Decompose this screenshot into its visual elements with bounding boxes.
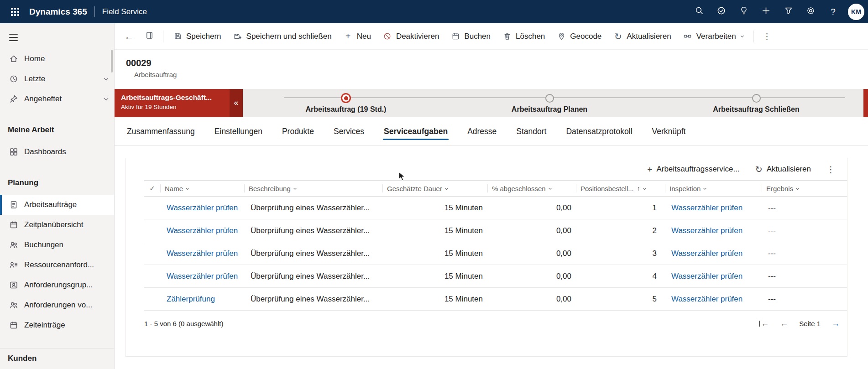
column-header-dauer[interactable]: Geschätzte Dauer [382,184,487,192]
record-link[interactable]: Wasserzähler prüfen [167,249,238,258]
row-select-cell[interactable] [144,219,160,242]
position-cell: 4 [576,265,665,287]
sidebar-item-home[interactable]: Home [0,49,114,69]
add-work-order-service-task-button[interactable]: + Arbeitsauftragsservice... [641,161,746,177]
save-button[interactable]: Speichern [167,27,227,46]
quick-create-button[interactable] [755,0,777,23]
bpf-stage-schedule[interactable]: Arbeitsauftrag Planen [467,93,632,114]
more-commands-button[interactable]: ⋮ [757,26,777,47]
bpf-active-stage-banner[interactable]: Arbeitsauftrags-Geschäft... Aktiv für 19… [115,89,230,117]
record-link[interactable]: Wasserzähler prüfen [167,203,238,213]
bpf-collapse-button[interactable]: « [230,89,243,117]
side-pane-button[interactable] [139,26,159,47]
table-row[interactable]: Wasserzähler prüfen Überprüfung eines Wa… [144,219,847,242]
sidebar-item-pinned[interactable]: Angeheftet [0,89,114,109]
new-button[interactable]: + Neu [338,27,377,46]
row-select-cell[interactable] [144,265,160,287]
brand-link[interactable]: Dynamics 365 [29,7,87,17]
command-bar: ← Speichern Speichern und schließen + Ne… [115,23,868,50]
task-check-button[interactable] [710,0,732,23]
delete-button[interactable]: Löschen [497,27,551,46]
search-icon [695,6,704,17]
person-list-icon [9,260,18,270]
table-row[interactable]: Wasserzähler prüfen Überprüfung eines Wa… [144,197,847,219]
map-pin-icon [557,32,566,41]
sidebar-item-time-entries[interactable]: Zeiteinträge [0,315,114,335]
column-header-ergebnis[interactable]: Ergebnis [762,184,847,192]
sidebar-item-bookings[interactable]: Buchungen [0,235,114,255]
sidebar-item-dashboards[interactable]: Dashboards [0,142,114,162]
column-header-beschreibung[interactable]: Beschreibung [244,184,382,192]
tab-zusammenfassung[interactable]: Zusammenfassung [127,117,195,146]
column-header-abgeschlossen[interactable]: % abgeschlossen [487,184,576,192]
insights-button[interactable] [732,0,755,23]
next-page-button[interactable]: → [831,319,840,328]
process-button[interactable]: Verarbeiten [677,27,749,46]
back-button[interactable]: ← [119,26,139,47]
record-link[interactable]: Wasserzähler prüfen [167,272,238,281]
save-close-icon [233,32,242,41]
previous-page-button[interactable]: ← [780,319,788,328]
record-link[interactable]: Zählerprüfung [167,295,215,304]
position-cell: 1 [576,197,665,219]
deactivate-button[interactable]: Deaktivieren [377,27,445,46]
name-cell: Wasserzähler prüfen [160,242,244,265]
bpf-stage-close[interactable]: Arbeitsauftrag Schließen [674,93,838,114]
tab-services[interactable]: Services [334,117,364,146]
save-and-close-button[interactable]: Speichern und schließen [227,27,338,46]
site-map-sidebar: Home Letzte Angeheftet Meine Arbeit Dash… [0,23,115,369]
sidebar-item-recent[interactable]: Letzte [0,69,114,89]
filter-icon [784,6,793,17]
table-row[interactable]: Zählerprüfung Überprüfung eines Wasserzä… [144,288,847,311]
tab-serviceaufgaben[interactable]: Serviceaufgaben [384,117,448,146]
sidebar-item-work-orders[interactable]: Arbeitsaufträge [0,195,114,215]
inspektion-link[interactable]: Wasserzähler prüfen [671,272,743,281]
geocode-button[interactable]: Geocode [551,27,607,46]
subgrid-more-button[interactable]: ⋮ [820,161,842,177]
inspektion-link[interactable]: Wasserzähler prüfen [671,226,743,235]
bpf-stage-work-order[interactable]: Arbeitsauftrag (19 Std.) [264,93,428,114]
sidebar-item-requirements[interactable]: Anforderungen vo... [0,295,114,315]
inspektion-link[interactable]: Wasserzähler prüfen [671,203,743,213]
column-header-inspektion[interactable]: Inspektion [665,184,762,192]
tab-produkte[interactable]: Produkte [282,117,314,146]
help-button[interactable]: ? [822,0,844,23]
sidebar-item-resource-requirements[interactable]: Ressourcenanford... [0,255,114,275]
search-button[interactable] [688,0,710,23]
inspektion-link[interactable]: Wasserzähler prüfen [671,249,743,258]
row-select-cell[interactable] [144,242,160,265]
tab-datensatzprotokoll[interactable]: Datensatzprotokoll [566,117,632,146]
collapse-sidebar-button[interactable] [9,30,25,45]
column-header-position[interactable]: Positionsbestell...↑ [576,184,665,192]
chevron-down-icon [643,186,646,189]
first-page-button[interactable]: ← [759,319,769,328]
help-icon: ? [831,7,836,17]
sidebar-group-customers: Kunden [0,348,114,363]
table-row[interactable]: Wasserzähler prüfen Überprüfung eines Wa… [144,265,847,288]
tab-einstellungen[interactable]: Einstellungen [214,117,262,146]
pin-icon [9,94,18,104]
name-cell: Wasserzähler prüfen [160,265,244,287]
app-launcher-button[interactable] [5,0,26,23]
inspektion-link[interactable]: Wasserzähler prüfen [671,295,743,304]
sidebar-item-schedule-board[interactable]: Zeitplanübersicht [0,215,114,235]
refresh-button[interactable]: ↻ Aktualisieren [607,27,677,46]
row-select-cell[interactable] [144,197,160,219]
service-tasks-grid-card: + Arbeitsauftragsservice... ↻ Aktualisie… [125,158,847,357]
select-all-column-header[interactable]: ✓ [144,184,160,192]
arrow-left-icon: ← [761,319,769,328]
filter-button[interactable] [777,0,800,23]
subgrid-refresh-button[interactable]: ↻ Aktualisieren [749,161,817,177]
user-avatar[interactable]: KM [848,4,864,20]
row-select-cell[interactable] [144,288,160,310]
settings-button[interactable] [800,0,822,23]
tab-standort[interactable]: Standort [516,117,546,146]
record-link[interactable]: Wasserzähler prüfen [167,226,238,235]
column-header-name[interactable]: Name [160,184,244,192]
tab-adresse[interactable]: Adresse [467,117,497,146]
table-row[interactable]: Wasserzähler prüfen Überprüfung eines Wa… [144,242,847,265]
sidebar-item-requirement-groups[interactable]: Anforderungsgrup... [0,275,114,295]
app-name-link[interactable]: Field Service [102,7,147,16]
book-button[interactable]: Buchen [445,27,497,46]
tab-verknuepft[interactable]: Verknüpft [652,117,685,146]
